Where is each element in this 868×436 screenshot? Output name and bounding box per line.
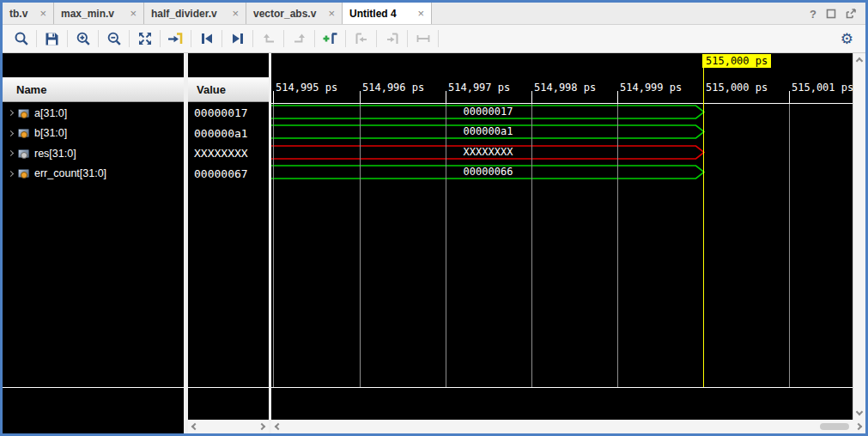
- time-tick-label: 514,995 ps: [276, 82, 337, 94]
- tab-bar: tb.v × max_min.v × half_divider.v × vect…: [3, 3, 865, 25]
- ruler-baseline: [271, 103, 853, 104]
- bent-arrow-right-button[interactable]: [288, 27, 311, 50]
- tab-max-min-v[interactable]: max_min.v ×: [54, 3, 144, 24]
- wave-horizontal-scrollbar[interactable]: [271, 420, 853, 433]
- signal-name: res[31:0]: [34, 148, 76, 160]
- tab-untitled-4[interactable]: Untitled 4 ×: [343, 3, 432, 24]
- next-transition-icon: [230, 31, 246, 46]
- signal-row-b[interactable]: b[31:0]: [3, 124, 184, 144]
- value-horizontal-scrollbar[interactable]: [188, 420, 269, 433]
- waveform-canvas[interactable]: 515,000 ps 514,995 ps 514,996 ps 514,997…: [271, 53, 853, 433]
- previous-transition-icon: [199, 31, 215, 46]
- signal-name-panel: Name a[31:0] b[31:0] res[31:0]: [3, 53, 184, 433]
- expand-chevron-icon[interactable]: [8, 110, 14, 116]
- time-tick-label: 515,001 ps: [792, 82, 853, 94]
- gridline: [617, 104, 618, 387]
- close-icon[interactable]: ×: [130, 7, 137, 20]
- gridline: [789, 104, 790, 387]
- signal-row-res[interactable]: res[31:0]: [3, 143, 184, 164]
- value-row-err-count: 00000067: [188, 164, 269, 185]
- time-tick-label: 515,000 ps: [706, 82, 768, 94]
- close-icon[interactable]: ×: [328, 7, 335, 20]
- panel-bottom-line: [3, 387, 184, 388]
- time-tick-label: 514,999 ps: [620, 82, 682, 94]
- tab-label: vector_abs.v: [253, 8, 316, 20]
- signal-row-err-count[interactable]: err_count[31:0]: [3, 164, 184, 185]
- tab-label: tb.v: [9, 8, 27, 20]
- close-icon[interactable]: ×: [39, 7, 46, 20]
- help-icon[interactable]: ?: [810, 8, 816, 21]
- expand-chevron-icon[interactable]: [8, 171, 14, 177]
- maximize-icon[interactable]: [826, 9, 836, 19]
- time-tick-label: 514,998 ps: [534, 82, 596, 94]
- panel-bottom-line: [188, 387, 269, 388]
- save-button[interactable]: [40, 27, 64, 50]
- zoom-fit-button[interactable]: [133, 27, 156, 50]
- goto-cursor-button[interactable]: [164, 27, 187, 50]
- bus-signal-icon: [18, 169, 29, 178]
- wave-vertical-scrollbar[interactable]: [853, 53, 865, 420]
- scrollbar-corner[interactable]: [853, 420, 865, 433]
- add-marker-button[interactable]: [319, 27, 342, 50]
- scroll-left-icon[interactable]: [191, 423, 198, 430]
- zoom-out-icon: [106, 31, 122, 46]
- tab-label: Untitled 4: [349, 8, 397, 20]
- signal-value-rows: 00000017 000000a1 XXXXXXXX 00000067: [188, 103, 269, 184]
- expand-chevron-icon[interactable]: [8, 150, 14, 156]
- signal-name-rows: a[31:0] b[31:0] res[31:0] err_count[31:0…: [3, 103, 184, 184]
- time-cursor[interactable]: [703, 68, 704, 387]
- scroll-up-icon[interactable]: [856, 58, 863, 64]
- wave-bus-err-count[interactable]: 00000066: [271, 165, 705, 179]
- search-button[interactable]: [9, 27, 33, 50]
- scroll-right-icon[interactable]: [258, 423, 265, 430]
- expand-chevron-icon[interactable]: [8, 130, 14, 136]
- signal-value-panel: Value 00000017 000000a1 XXXXXXXX 0000006…: [188, 53, 269, 433]
- next-marker-button[interactable]: [380, 27, 404, 50]
- ruler-tick: [446, 91, 446, 103]
- ruler-tick: [531, 91, 532, 103]
- scroll-down-icon[interactable]: [856, 409, 863, 415]
- next-transition-button[interactable]: [226, 27, 249, 50]
- tab-tb-v[interactable]: tb.v ×: [3, 3, 54, 24]
- signal-row-a[interactable]: a[31:0]: [3, 103, 184, 124]
- scroll-left-icon[interactable]: [275, 423, 282, 430]
- scroll-right-icon[interactable]: [855, 423, 862, 430]
- signal-name: a[31:0]: [34, 107, 67, 119]
- previous-marker-icon: [353, 31, 370, 46]
- ruler-tick: [360, 91, 361, 103]
- name-column-header[interactable]: Name: [3, 77, 184, 102]
- value-column-header[interactable]: Value: [188, 77, 269, 102]
- next-marker-icon: [384, 31, 401, 46]
- wave-bus-res[interactable]: XXXXXXXX: [271, 145, 705, 160]
- close-icon[interactable]: ×: [232, 7, 239, 20]
- ruler-tick: [273, 91, 274, 103]
- wave-bus-a[interactable]: 00000017: [271, 105, 705, 119]
- bus-signal-icon: [18, 129, 29, 137]
- signal-name: err_count[31:0]: [34, 167, 106, 179]
- settings-gear-icon[interactable]: ⚙: [841, 25, 853, 52]
- bent-arrow-left-button[interactable]: [257, 27, 280, 50]
- tab-half-divider-v[interactable]: half_divider.v ×: [144, 3, 246, 24]
- gridline: [360, 104, 361, 387]
- ruler-tick: [617, 91, 618, 103]
- wave-bus-value: 00000017: [271, 106, 705, 118]
- zoom-in-button[interactable]: [71, 27, 94, 50]
- wave-bus-b[interactable]: 000000a1: [271, 124, 705, 139]
- time-span-button[interactable]: [411, 27, 434, 50]
- zoom-out-button[interactable]: [102, 27, 125, 50]
- previous-transition-button[interactable]: [195, 27, 218, 50]
- search-icon: [14, 31, 29, 46]
- float-window-icon[interactable]: [846, 9, 857, 19]
- close-icon[interactable]: ×: [417, 7, 424, 20]
- scrollbar-thumb[interactable]: [820, 423, 849, 430]
- window-controls: ?: [810, 3, 857, 25]
- gridline: [531, 104, 532, 387]
- wave-bus-value: XXXXXXXX: [271, 146, 705, 158]
- tab-vector-abs-v[interactable]: vector_abs.v ×: [246, 3, 343, 24]
- gridline: [446, 104, 446, 387]
- add-marker-icon: [322, 31, 339, 46]
- previous-marker-button[interactable]: [349, 27, 373, 50]
- tab-label: half_divider.v: [151, 8, 217, 20]
- bent-arrow-right-icon: [292, 31, 307, 46]
- signal-name: b[31:0]: [34, 127, 67, 139]
